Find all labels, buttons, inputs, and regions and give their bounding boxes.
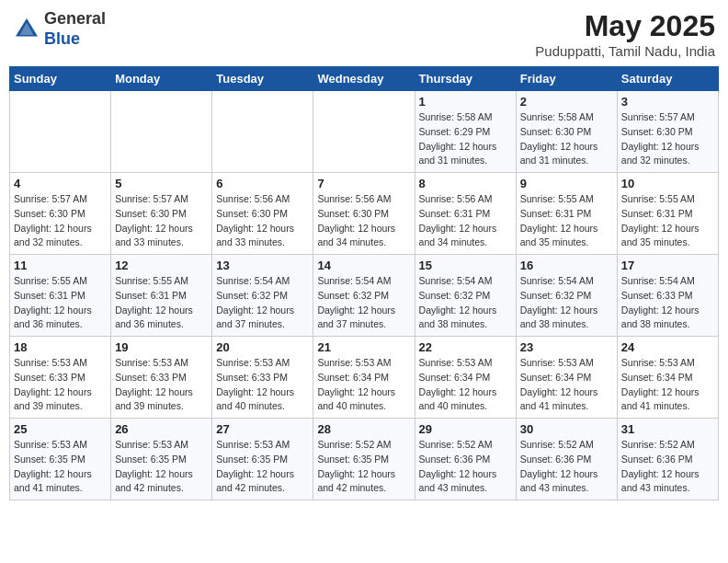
calendar-cell: 10Sunrise: 5:55 AM Sunset: 6:31 PM Dayli… xyxy=(617,173,718,255)
location: Puduppatti, Tamil Nadu, India xyxy=(535,43,715,59)
day-info: Sunrise: 5:52 AM Sunset: 6:35 PM Dayligh… xyxy=(317,438,410,496)
calendar-cell xyxy=(10,91,111,173)
header-day-thursday: Thursday xyxy=(415,67,516,91)
calendar-cell: 11Sunrise: 5:55 AM Sunset: 6:31 PM Dayli… xyxy=(10,255,111,337)
day-info: Sunrise: 5:56 AM Sunset: 6:30 PM Dayligh… xyxy=(216,192,309,250)
calendar-cell: 7Sunrise: 5:56 AM Sunset: 6:30 PM Daylig… xyxy=(313,173,415,255)
calendar-cell: 9Sunrise: 5:55 AM Sunset: 6:31 PM Daylig… xyxy=(516,173,617,255)
calendar-cell: 8Sunrise: 5:56 AM Sunset: 6:31 PM Daylig… xyxy=(415,173,516,255)
page-header: General Blue May 2025 Puduppatti, Tamil … xyxy=(9,9,719,59)
day-number: 6 xyxy=(216,177,309,190)
day-info: Sunrise: 5:53 AM Sunset: 6:34 PM Dayligh… xyxy=(317,356,410,414)
day-number: 9 xyxy=(520,177,613,190)
day-info: Sunrise: 5:58 AM Sunset: 6:29 PM Dayligh… xyxy=(419,110,512,168)
calendar-cell: 29Sunrise: 5:52 AM Sunset: 6:36 PM Dayli… xyxy=(415,419,516,500)
day-info: Sunrise: 5:56 AM Sunset: 6:31 PM Dayligh… xyxy=(419,192,512,250)
day-number: 29 xyxy=(419,422,512,436)
logo: General Blue xyxy=(13,9,106,49)
calendar-cell: 20Sunrise: 5:53 AM Sunset: 6:33 PM Dayli… xyxy=(212,337,313,419)
day-info: Sunrise: 5:53 AM Sunset: 6:33 PM Dayligh… xyxy=(115,356,208,414)
day-number: 28 xyxy=(317,422,410,436)
day-info: Sunrise: 5:56 AM Sunset: 6:30 PM Dayligh… xyxy=(317,192,410,250)
day-number: 14 xyxy=(317,259,410,272)
title-block: May 2025 Puduppatti, Tamil Nadu, India xyxy=(535,9,715,59)
day-number: 7 xyxy=(317,177,410,190)
calendar-table: SundayMondayTuesdayWednesdayThursdayFrid… xyxy=(9,66,719,500)
day-info: Sunrise: 5:54 AM Sunset: 6:32 PM Dayligh… xyxy=(419,274,512,332)
day-number: 17 xyxy=(621,259,714,272)
day-number: 21 xyxy=(317,340,410,354)
day-info: Sunrise: 5:53 AM Sunset: 6:35 PM Dayligh… xyxy=(216,438,309,496)
calendar-cell: 26Sunrise: 5:53 AM Sunset: 6:35 PM Dayli… xyxy=(111,419,212,500)
day-number: 2 xyxy=(520,95,613,109)
day-number: 3 xyxy=(621,95,714,109)
calendar-cell: 31Sunrise: 5:52 AM Sunset: 6:36 PM Dayli… xyxy=(617,419,718,500)
day-info: Sunrise: 5:52 AM Sunset: 6:36 PM Dayligh… xyxy=(419,438,512,496)
day-info: Sunrise: 5:54 AM Sunset: 6:32 PM Dayligh… xyxy=(317,274,410,332)
calendar-cell: 27Sunrise: 5:53 AM Sunset: 6:35 PM Dayli… xyxy=(212,419,313,500)
header-day-monday: Monday xyxy=(111,67,212,91)
day-info: Sunrise: 5:54 AM Sunset: 6:32 PM Dayligh… xyxy=(520,274,613,332)
logo-text: General Blue xyxy=(44,9,106,49)
day-info: Sunrise: 5:55 AM Sunset: 6:31 PM Dayligh… xyxy=(621,192,714,250)
day-info: Sunrise: 5:58 AM Sunset: 6:30 PM Dayligh… xyxy=(520,110,613,168)
calendar-cell: 24Sunrise: 5:53 AM Sunset: 6:34 PM Dayli… xyxy=(617,337,718,419)
calendar-cell: 2Sunrise: 5:58 AM Sunset: 6:30 PM Daylig… xyxy=(516,91,617,173)
logo-general: General xyxy=(44,9,106,28)
calendar-cell xyxy=(212,91,313,173)
day-number: 22 xyxy=(419,340,512,354)
calendar-week-4: 25Sunrise: 5:53 AM Sunset: 6:35 PM Dayli… xyxy=(10,419,719,500)
calendar-body: 1Sunrise: 5:58 AM Sunset: 6:29 PM Daylig… xyxy=(10,91,719,500)
header-day-sunday: Sunday xyxy=(10,67,111,91)
day-info: Sunrise: 5:54 AM Sunset: 6:32 PM Dayligh… xyxy=(216,274,309,332)
calendar-cell: 19Sunrise: 5:53 AM Sunset: 6:33 PM Dayli… xyxy=(111,337,212,419)
day-info: Sunrise: 5:57 AM Sunset: 6:30 PM Dayligh… xyxy=(115,192,208,250)
header-day-wednesday: Wednesday xyxy=(313,67,415,91)
calendar-week-3: 18Sunrise: 5:53 AM Sunset: 6:33 PM Dayli… xyxy=(10,337,719,419)
day-info: Sunrise: 5:53 AM Sunset: 6:35 PM Dayligh… xyxy=(14,438,107,496)
day-info: Sunrise: 5:55 AM Sunset: 6:31 PM Dayligh… xyxy=(14,274,107,332)
day-info: Sunrise: 5:52 AM Sunset: 6:36 PM Dayligh… xyxy=(621,438,714,496)
calendar-week-1: 4Sunrise: 5:57 AM Sunset: 6:30 PM Daylig… xyxy=(10,173,719,255)
day-info: Sunrise: 5:53 AM Sunset: 6:33 PM Dayligh… xyxy=(14,356,107,414)
calendar-cell: 17Sunrise: 5:54 AM Sunset: 6:33 PM Dayli… xyxy=(617,255,718,337)
calendar-cell: 16Sunrise: 5:54 AM Sunset: 6:32 PM Dayli… xyxy=(516,255,617,337)
calendar-cell: 22Sunrise: 5:53 AM Sunset: 6:34 PM Dayli… xyxy=(415,337,516,419)
day-number: 13 xyxy=(216,259,309,272)
calendar-cell: 3Sunrise: 5:57 AM Sunset: 6:30 PM Daylig… xyxy=(617,91,718,173)
calendar-week-0: 1Sunrise: 5:58 AM Sunset: 6:29 PM Daylig… xyxy=(10,91,719,173)
day-number: 8 xyxy=(419,177,512,190)
day-info: Sunrise: 5:52 AM Sunset: 6:36 PM Dayligh… xyxy=(520,438,613,496)
calendar-cell: 18Sunrise: 5:53 AM Sunset: 6:33 PM Dayli… xyxy=(10,337,111,419)
day-number: 31 xyxy=(621,422,714,436)
day-number: 18 xyxy=(14,340,107,354)
header-row: SundayMondayTuesdayWednesdayThursdayFrid… xyxy=(10,67,719,91)
day-info: Sunrise: 5:53 AM Sunset: 6:34 PM Dayligh… xyxy=(419,356,512,414)
day-number: 19 xyxy=(115,340,208,354)
calendar-cell xyxy=(111,91,212,173)
calendar-cell: 6Sunrise: 5:56 AM Sunset: 6:30 PM Daylig… xyxy=(212,173,313,255)
day-number: 12 xyxy=(115,259,208,272)
calendar-cell: 4Sunrise: 5:57 AM Sunset: 6:30 PM Daylig… xyxy=(10,173,111,255)
logo-blue: Blue xyxy=(44,29,80,48)
day-number: 25 xyxy=(14,422,107,436)
month-year: May 2025 xyxy=(535,9,715,43)
day-info: Sunrise: 5:54 AM Sunset: 6:33 PM Dayligh… xyxy=(621,274,714,332)
calendar-cell: 12Sunrise: 5:55 AM Sunset: 6:31 PM Dayli… xyxy=(111,255,212,337)
calendar-cell: 1Sunrise: 5:58 AM Sunset: 6:29 PM Daylig… xyxy=(415,91,516,173)
calendar-header: SundayMondayTuesdayWednesdayThursdayFrid… xyxy=(10,67,719,91)
calendar-cell: 13Sunrise: 5:54 AM Sunset: 6:32 PM Dayli… xyxy=(212,255,313,337)
calendar-cell: 23Sunrise: 5:53 AM Sunset: 6:34 PM Dayli… xyxy=(516,337,617,419)
day-info: Sunrise: 5:53 AM Sunset: 6:34 PM Dayligh… xyxy=(520,356,613,414)
calendar-week-2: 11Sunrise: 5:55 AM Sunset: 6:31 PM Dayli… xyxy=(10,255,719,337)
day-info: Sunrise: 5:53 AM Sunset: 6:34 PM Dayligh… xyxy=(621,356,714,414)
day-number: 16 xyxy=(520,259,613,272)
day-info: Sunrise: 5:57 AM Sunset: 6:30 PM Dayligh… xyxy=(14,192,107,250)
header-day-friday: Friday xyxy=(516,67,617,91)
calendar-cell: 15Sunrise: 5:54 AM Sunset: 6:32 PM Dayli… xyxy=(415,255,516,337)
day-number: 27 xyxy=(216,422,309,436)
calendar-cell xyxy=(313,91,415,173)
day-number: 30 xyxy=(520,422,613,436)
day-number: 20 xyxy=(216,340,309,354)
day-info: Sunrise: 5:55 AM Sunset: 6:31 PM Dayligh… xyxy=(115,274,208,332)
